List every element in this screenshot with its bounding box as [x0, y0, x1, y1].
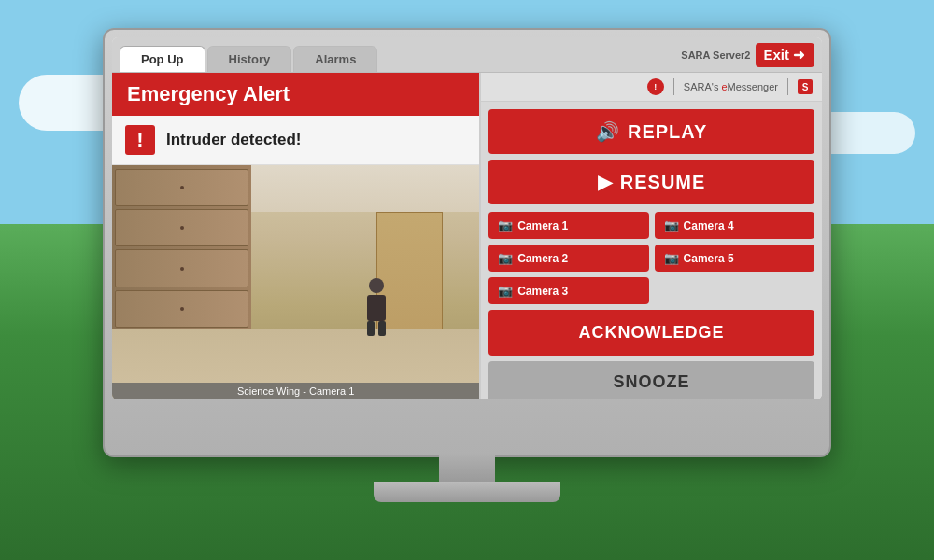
tab-history[interactable]: History — [207, 46, 292, 72]
figure-legs — [367, 321, 386, 336]
resume-button[interactable]: ▶ RESUME — [488, 160, 814, 204]
camera-3-icon: 📷 — [498, 284, 513, 298]
camera-5-button[interactable]: 📷 Camera 5 — [655, 245, 814, 272]
sara-logo-text: SARA's eMessenger — [684, 81, 778, 92]
sara-info-bar: ! SARA's eMessenger S — [481, 73, 822, 102]
top-bar: Pop Up History Alarms SARA Server2 Exit … — [112, 37, 822, 73]
figure-body — [367, 295, 386, 321]
replay-button[interactable]: 🔊 REPLAY — [488, 109, 814, 154]
divider-1 — [673, 78, 674, 95]
replay-label: REPLAY — [628, 121, 707, 143]
sara-server-label: SARA Server2 — [681, 49, 750, 61]
right-panel: ! SARA's eMessenger S 🔊 REPLAY ▶ — [481, 73, 822, 399]
locker-2 — [115, 209, 248, 246]
camera-4-icon: 📷 — [664, 218, 679, 232]
action-buttons: 🔊 REPLAY ▶ RESUME — [481, 102, 822, 212]
tab-popup[interactable]: Pop Up — [120, 46, 205, 72]
monitor-stand-neck — [439, 454, 495, 483]
acknowledge-button[interactable]: ACKNOWLEDGE — [488, 310, 814, 356]
sara-s-icon: S — [798, 79, 813, 94]
camera-4-button[interactable]: 📷 Camera 4 — [655, 212, 814, 239]
exit-label: Exit — [763, 47, 789, 63]
monitor-screen: Pop Up History Alarms SARA Server2 Exit … — [112, 37, 822, 399]
divider-2 — [787, 78, 788, 95]
monitor-frame: Pop Up History Alarms SARA Server2 Exit … — [103, 28, 831, 457]
exclamation-icon: ! — [125, 125, 155, 155]
resume-icon: ▶ — [598, 171, 613, 193]
camera-1-button[interactable]: 📷 Camera 1 — [488, 212, 648, 239]
locker-3 — [115, 249, 248, 287]
camera-2-icon: 📷 — [498, 251, 513, 265]
camera-scene — [112, 165, 479, 399]
locker-1 — [115, 169, 248, 206]
camera-2-button[interactable]: 📷 Camera 2 — [488, 245, 648, 272]
screen-content: Pop Up History Alarms SARA Server2 Exit … — [112, 37, 822, 399]
exit-button[interactable]: Exit ➜ — [756, 43, 814, 67]
camera-2-label: Camera 2 — [517, 252, 568, 265]
camera-4-label: Camera 4 — [684, 219, 734, 232]
camera-1-icon: 📷 — [498, 218, 513, 232]
replay-icon: 🔊 — [596, 120, 620, 143]
camera-5-icon: 📷 — [664, 251, 679, 265]
alert-text: Intruder detected! — [166, 131, 302, 149]
camera-3-label: Camera 3 — [517, 285, 568, 298]
left-panel: Emergency Alert ! Intruder detected! — [112, 73, 481, 399]
tab-alarms[interactable]: Alarms — [293, 46, 377, 72]
exit-area: SARA Server2 Exit ➜ — [681, 43, 814, 67]
resume-label: RESUME — [620, 172, 706, 193]
camera-5-label: Camera 5 — [684, 252, 734, 265]
figure-leg-left — [367, 321, 375, 336]
main-content: Emergency Alert ! Intruder detected! — [112, 73, 822, 399]
locker-4 — [115, 290, 248, 328]
camera-label: Science Wing - Camera 1 — [112, 383, 479, 399]
tabs-area: Pop Up History Alarms — [120, 37, 377, 72]
snooze-button[interactable]: SNOOZE — [488, 361, 814, 399]
alert-message-bar: ! Intruder detected! — [112, 116, 479, 165]
monitor-stand-base — [374, 482, 560, 502]
exit-icon: ➜ — [793, 47, 805, 63]
camera-grid: 📷 Camera 1 📷 Camera 4 📷 Camera 2 📷 — [481, 212, 822, 304]
figure-head — [369, 278, 384, 293]
alert-header: Emergency Alert — [112, 73, 479, 116]
intruder-figure — [365, 278, 388, 334]
camera-1-label: Camera 1 — [517, 219, 568, 232]
figure-leg-right — [378, 321, 386, 336]
camera-3-button[interactable]: 📷 Camera 3 — [488, 277, 648, 304]
sara-alert-icon: ! — [647, 78, 664, 95]
camera-view: Science Wing - Camera 1 — [112, 165, 479, 399]
